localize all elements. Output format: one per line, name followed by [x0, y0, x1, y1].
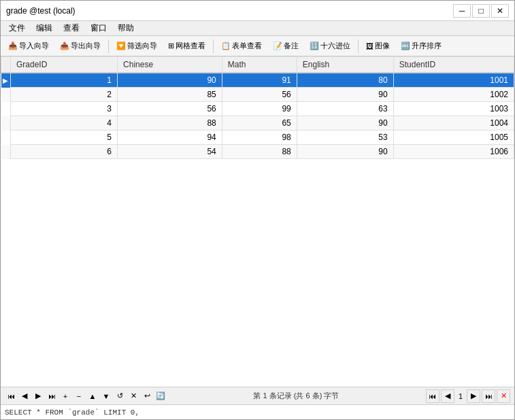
page-last[interactable]: ⏭ — [482, 389, 495, 403]
cell-math[interactable]: 98 — [222, 130, 297, 145]
cell-chinese[interactable]: 85 — [118, 88, 222, 102]
toolbar-label: 网格查看 — [176, 41, 205, 51]
menu-item-编辑[interactable]: 编辑 — [31, 21, 58, 35]
nav-prev[interactable]: ◀ — [18, 390, 31, 402]
table-body: ▶190918010012855690100235699631003488659… — [1, 73, 514, 159]
toolbar-label: 图像 — [375, 41, 390, 51]
nav-down[interactable]: ▼ — [100, 390, 112, 402]
nav-first[interactable]: ⏮ — [5, 390, 17, 402]
cell-chinese[interactable]: 88 — [118, 116, 222, 130]
row-indicator — [1, 102, 11, 116]
row-indicator — [1, 116, 11, 130]
minimize-button[interactable]: ─ — [453, 4, 471, 18]
toolbar-icon: 📤 — [60, 41, 69, 50]
nav-undo[interactable]: ↺ — [114, 390, 126, 402]
page-prev[interactable]: ◀ — [441, 389, 454, 403]
cell-chinese[interactable]: 90 — [118, 73, 222, 88]
title-text: grade @test (local) — [6, 6, 76, 16]
nav-confirm[interactable]: ↩ — [141, 390, 153, 402]
page-next[interactable]: ▶ — [467, 389, 480, 403]
toolbar-btn-十六进位[interactable]: 🔢十六进位 — [305, 38, 355, 54]
col-chinese[interactable]: Chinese — [118, 57, 222, 73]
cell-student-id[interactable]: 1003 — [393, 102, 514, 116]
cell-english[interactable]: 80 — [297, 73, 393, 88]
cell-student-id[interactable]: 1006 — [393, 145, 514, 159]
toolbar-icon: ⊞ — [168, 41, 174, 50]
nav-up[interactable]: ▲ — [86, 390, 99, 402]
toolbar-label: 十六进位 — [320, 41, 350, 51]
toolbar-btn-备注[interactable]: 📝备注 — [268, 38, 303, 54]
cell-grade-id[interactable]: 4 — [11, 116, 118, 130]
cell-grade-id[interactable]: 3 — [11, 102, 118, 116]
table-row[interactable]: 35699631003 — [1, 102, 514, 116]
toolbar-label: 导出向导 — [71, 41, 101, 51]
row-indicator — [1, 145, 11, 159]
toolbar-btn-导入向导[interactable]: 📥导入向导 — [3, 38, 54, 54]
maximize-button[interactable]: □ — [472, 4, 490, 18]
cell-grade-id[interactable]: 2 — [11, 88, 118, 102]
cell-student-id[interactable]: 1004 — [393, 116, 514, 130]
table-row[interactable]: 48865901004 — [1, 116, 514, 130]
toolbar-separator — [358, 39, 359, 53]
col-student-id[interactable]: StudentID — [393, 57, 514, 73]
table-row[interactable]: 65488901006 — [1, 145, 514, 159]
toolbar: 📥导入向导📤导出向导🔽筛选向导⊞网格查看📋表单查看📝备注🔢十六进位🖼图像🔤升序排… — [1, 36, 514, 56]
cell-chinese[interactable]: 54 — [118, 145, 222, 159]
close-button[interactable]: ✕ — [491, 4, 509, 18]
cell-english[interactable]: 90 — [297, 88, 393, 102]
page-first[interactable]: ⏮ — [426, 389, 439, 403]
toolbar-btn-表单查看[interactable]: 📋表单查看 — [216, 38, 267, 54]
toolbar-btn-导出向导[interactable]: 📤导出向导 — [55, 38, 105, 54]
toolbar-btn-网格查看[interactable]: ⊞网格查看 — [163, 38, 210, 54]
cell-math[interactable]: 91 — [222, 73, 297, 88]
col-grade-id[interactable]: GradeID — [11, 57, 118, 73]
table-row[interactable]: 59498531005 — [1, 130, 514, 145]
menu-item-文件[interactable]: 文件 — [3, 21, 31, 35]
table-row[interactable]: ▶19091801001 — [1, 73, 514, 88]
cell-grade-id[interactable]: 1 — [11, 73, 118, 88]
cell-english[interactable]: 63 — [297, 102, 393, 116]
page-close[interactable]: ✕ — [497, 389, 510, 403]
nav-next[interactable]: ▶ — [32, 390, 44, 402]
cell-math[interactable]: 99 — [222, 102, 297, 116]
row-indicator: ▶ — [1, 73, 11, 88]
cell-english[interactable]: 90 — [297, 116, 393, 130]
toolbar-btn-升序排序[interactable]: 🔤升序排序 — [396, 38, 446, 54]
nav-last[interactable]: ⏭ — [46, 390, 58, 402]
toolbar-label: 表单查看 — [232, 41, 262, 51]
col-math[interactable]: Math — [222, 57, 297, 73]
cell-chinese[interactable]: 94 — [118, 130, 222, 145]
nav-cancel[interactable]: ✕ — [127, 390, 139, 402]
table-row[interactable]: 28556901002 — [1, 88, 514, 102]
nav-remove[interactable]: − — [73, 390, 85, 402]
toolbar-separator — [108, 39, 109, 53]
cell-math[interactable]: 65 — [222, 116, 297, 130]
toolbar-btn-筛选向导[interactable]: 🔽筛选向导 — [112, 38, 162, 54]
menu-item-窗口[interactable]: 窗口 — [85, 21, 112, 35]
cell-english[interactable]: 90 — [297, 145, 393, 159]
cell-math[interactable]: 88 — [222, 145, 297, 159]
cell-english[interactable]: 53 — [297, 130, 393, 145]
cell-math[interactable]: 56 — [222, 88, 297, 102]
page-number: 1 — [456, 392, 465, 400]
cell-student-id[interactable]: 1001 — [393, 73, 514, 88]
cell-grade-id[interactable]: 6 — [11, 145, 118, 159]
toolbar-btn-图像[interactable]: 🖼图像 — [361, 38, 395, 54]
status-text: 第 1 条记录 (共 6 条) 字节 — [253, 391, 339, 401]
col-english[interactable]: English — [297, 57, 393, 73]
table-container[interactable]: GradeID Chinese Math English StudentID ▶… — [1, 56, 514, 387]
cell-grade-id[interactable]: 5 — [11, 130, 118, 145]
toolbar-icon: 📥 — [8, 41, 18, 50]
menu-item-查看[interactable]: 查看 — [58, 21, 85, 35]
toolbar-label: 导入向导 — [19, 41, 49, 51]
menu-item-帮助[interactable]: 帮助 — [112, 21, 139, 35]
nav-add[interactable]: + — [59, 390, 71, 402]
cell-student-id[interactable]: 1002 — [393, 88, 514, 102]
toolbar-icon: 📋 — [221, 41, 231, 50]
title-controls: ─ □ ✕ — [453, 4, 509, 18]
cell-chinese[interactable]: 56 — [118, 102, 222, 116]
menu-bar: 文件编辑查看窗口帮助 — [1, 21, 514, 36]
cell-student-id[interactable]: 1005 — [393, 130, 514, 145]
toolbar-label: 备注 — [284, 41, 299, 51]
nav-refresh[interactable]: 🔄 — [154, 390, 167, 402]
